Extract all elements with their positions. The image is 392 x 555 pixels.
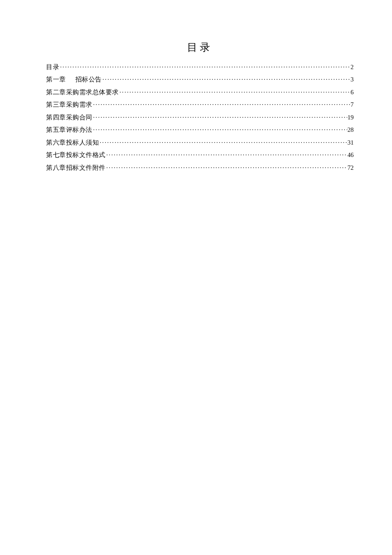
toc-row: 第三章采购需求7: [46, 101, 354, 108]
toc-entry-page: 19: [348, 114, 354, 121]
page-title: 目录: [46, 41, 354, 54]
toc-row: 目录2: [46, 63, 354, 70]
toc-entry-label: 第六章投标人须知: [46, 139, 99, 146]
toc-entry-label: 第四章采购合同: [46, 114, 92, 121]
toc-entry-label: 目录: [46, 64, 59, 70]
toc-row: 第二章采购需求总体要求6: [46, 88, 354, 95]
toc-entry-page: 2: [351, 64, 354, 70]
toc-row: 第七章投标文件格式46: [46, 151, 354, 158]
toc-leader-dots: [93, 126, 347, 132]
toc-leader-dots: [103, 76, 350, 82]
toc-row: 第八章招标文件附件72: [46, 163, 354, 171]
toc-leader-dots: [93, 113, 347, 119]
toc-leader-dots: [100, 138, 347, 145]
toc-entry-label: 第三章采购需求: [46, 102, 92, 108]
toc-entry-page: 31: [348, 139, 354, 146]
toc-entry-label: 第二章采购需求总体要求: [46, 89, 119, 96]
toc-entry-page: 28: [348, 127, 354, 133]
toc-row: 第六章投标人须知31: [46, 138, 354, 145]
toc-leader-dots: [93, 101, 350, 107]
toc-row: 第四章采购合同19: [46, 113, 354, 120]
toc-entry-label: 第七章投标文件格式: [46, 152, 106, 158]
toc-leader-dots: [120, 88, 350, 94]
document-page: 目录 目录2第一章招标公告3第二章采购需求总体要求6第三章采购需求7第四章采购合…: [0, 0, 392, 171]
toc-leader-dots: [60, 63, 350, 69]
toc-leader-dots: [107, 163, 347, 170]
toc-row: 第五章评标办法28: [46, 126, 354, 133]
toc-row: 第一章招标公告3: [46, 76, 354, 83]
toc-entry-page: 72: [348, 165, 354, 171]
toc-entry-page: 6: [351, 89, 354, 96]
toc-leader-dots: [107, 151, 347, 157]
toc-entry-label: 第一章招标公告: [46, 76, 102, 83]
table-of-contents: 目录2第一章招标公告3第二章采购需求总体要求6第三章采购需求7第四章采购合同19…: [46, 63, 354, 171]
toc-entry-label: 第八章招标文件附件: [46, 165, 106, 171]
toc-entry-label: 第五章评标办法: [46, 127, 92, 133]
toc-entry-page: 7: [351, 102, 354, 108]
toc-entry-page: 46: [348, 152, 354, 158]
toc-entry-page: 3: [351, 76, 354, 83]
